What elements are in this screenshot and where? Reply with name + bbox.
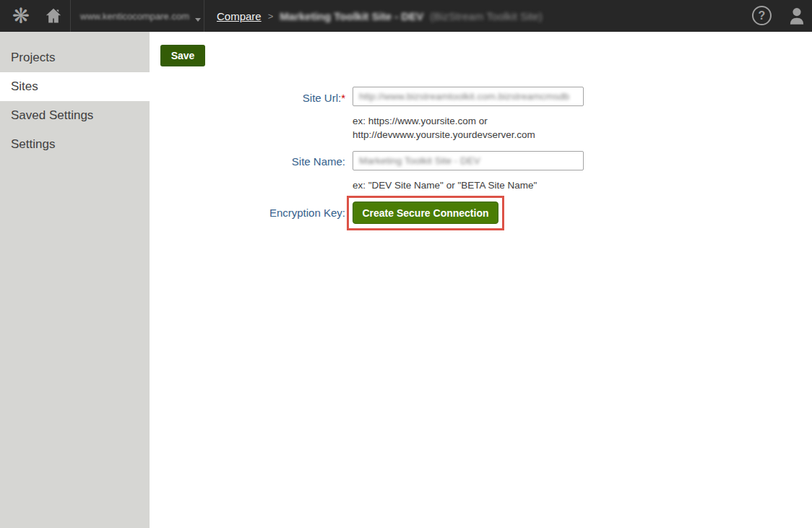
user-icon xyxy=(787,6,806,26)
user-menu-button[interactable] xyxy=(786,4,808,27)
caret-down-icon xyxy=(195,18,201,22)
help-button[interactable]: ? xyxy=(752,6,772,25)
site-selector-label: www.kenticocompare.com xyxy=(80,11,189,22)
site-url-hint-line2: http://devwww.yoursite.yourdevserver.com xyxy=(353,128,535,142)
site-url-hint-line1: ex: https://www.yoursite.com or xyxy=(353,114,535,128)
sidebar-item-projects[interactable]: Projects xyxy=(0,43,150,72)
required-marker: * xyxy=(341,92,345,104)
sidebar-item-settings[interactable]: Settings xyxy=(0,130,150,159)
encryption-key-label: Encryption Key: xyxy=(150,207,345,219)
breadcrumb-separator-icon: > xyxy=(268,11,274,22)
save-button[interactable]: Save xyxy=(160,45,205,66)
sidebar-item-sites[interactable]: Sites xyxy=(0,72,150,101)
site-name-hint: ex: "DEV Site Name" or "BETA Site Name" xyxy=(353,178,537,192)
breadcrumb-compare-link[interactable]: Compare xyxy=(217,10,262,22)
breadcrumb-current-page: Marketing Toolkit Site - DEV xyxy=(280,10,423,22)
site-name-value: Marketing Toolkit Site - DEV xyxy=(359,155,480,166)
site-url-value: http://www.bizstreamtoolkit.com.bizstrea… xyxy=(359,91,569,102)
breadcrumb-site-suffix: (BizStream Toolkit Site) xyxy=(430,10,543,22)
site-name-label: Site Name: xyxy=(150,155,345,168)
site-selector-dropdown[interactable]: www.kenticocompare.com xyxy=(70,0,204,32)
site-name-input[interactable]: Marketing Toolkit Site - DEV xyxy=(353,151,584,170)
site-url-hint: ex: https://www.yoursite.com or http://d… xyxy=(353,114,535,142)
site-url-label: Site Url:* xyxy=(150,92,345,104)
sidebar-item-saved-settings[interactable]: Saved Settings xyxy=(0,101,150,130)
breadcrumb: Compare > Marketing Toolkit Site - DEV (… xyxy=(217,0,543,32)
home-icon xyxy=(44,7,63,25)
top-bar: ❋ www.kenticocompare.com Compare > Marke… xyxy=(0,0,812,32)
question-mark-icon: ? xyxy=(759,9,766,22)
site-url-input[interactable]: http://www.bizstreamtoolkit.com.bizstrea… xyxy=(353,87,584,106)
create-secure-connection-button[interactable]: Create Secure Connection xyxy=(353,202,498,224)
home-button[interactable] xyxy=(38,0,69,32)
sidebar-nav: Projects Sites Saved Settings Settings xyxy=(0,32,150,528)
site-url-label-text: Site Url: xyxy=(303,92,341,104)
kentico-logo-icon[interactable]: ❋ xyxy=(4,0,38,32)
